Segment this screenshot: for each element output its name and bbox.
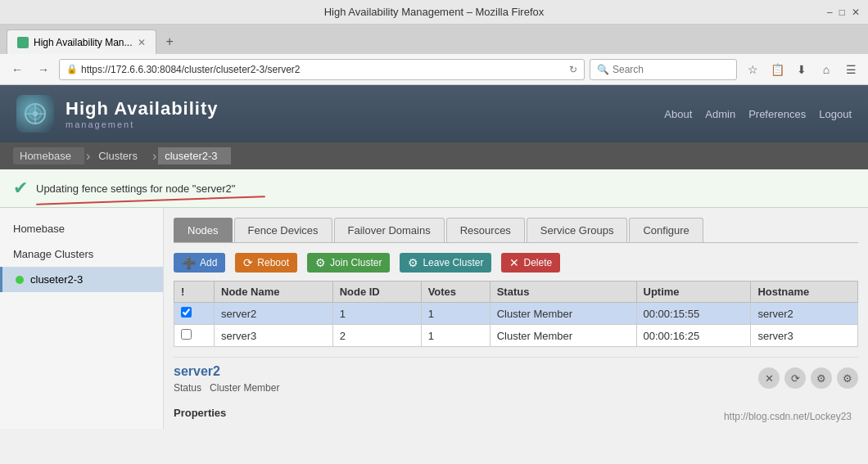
sidebar: Homebase Manage Clusters cluseter2-3 <box>0 208 164 429</box>
breadcrumb-homebase[interactable]: Homebase <box>13 147 84 164</box>
tab-close-button[interactable]: ✕ <box>138 37 146 48</box>
cluster-status-dot <box>16 276 24 284</box>
window-controls: – □ ✕ <box>827 7 860 18</box>
table-row[interactable]: server3 2 1 Cluster Member 00:00:16:25 s… <box>174 325 858 347</box>
sidebar-homebase[interactable]: Homebase <box>0 216 163 241</box>
reboot-icon: ⟳ <box>243 256 253 269</box>
node-detail-header: server2 Status Cluster Member ✕ ⟳ ⚙ ⚙ <box>174 364 858 400</box>
logo-text: High Availability management <box>66 98 219 129</box>
delete-label: Delete <box>523 257 552 268</box>
tab-resources[interactable]: Resources <box>446 218 525 242</box>
node-config-icon[interactable]: ⚙ <box>811 367 832 389</box>
browser-titlebar: High Availability Management – Mozilla F… <box>0 0 868 25</box>
leave-cluster-button[interactable]: ⚙ Leave Cluster <box>400 253 491 273</box>
cell-votes: 1 <box>421 325 490 347</box>
search-bar: 🔍 <box>590 59 737 80</box>
tab-fence-devices[interactable]: Fence Devices <box>234 218 332 242</box>
col-node-name: Node Name <box>215 282 333 303</box>
logout-link[interactable]: Logout <box>819 108 852 120</box>
node-remove-icon[interactable]: ✕ <box>758 367 780 389</box>
cell-checkbox[interactable] <box>174 303 215 325</box>
row-checkbox[interactable] <box>181 329 192 340</box>
app-header: High Availability management About Admin… <box>0 85 868 142</box>
cell-node-id: 2 <box>332 325 421 347</box>
page-body: Homebase Manage Clusters cluseter2-3 Nod… <box>0 208 868 429</box>
app-title: High Availability <box>66 98 219 119</box>
reboot-label: Reboot <box>257 257 289 268</box>
tab-nodes[interactable]: Nodes <box>174 218 233 242</box>
toolbar-icons: ☆ 📋 ⬇ ⌂ ☰ <box>742 59 861 80</box>
restore-button[interactable]: □ <box>839 7 845 18</box>
new-tab-button[interactable]: + <box>158 29 182 54</box>
node-detail-info: server2 Status Cluster Member <box>174 364 279 400</box>
check-icon: ✔ <box>13 178 28 199</box>
cell-hostname: server3 <box>751 325 858 347</box>
nodes-table: ! Node Name Node ID Votes Status Uptime … <box>174 281 858 347</box>
leave-label: Leave Cluster <box>423 257 483 268</box>
breadcrumb: Homebase › Clusters › cluseter2-3 <box>0 142 868 169</box>
about-link[interactable]: About <box>664 108 692 120</box>
tab-configure[interactable]: Configure <box>629 218 703 242</box>
cell-checkbox[interactable] <box>174 325 215 347</box>
cell-votes: 1 <box>421 303 490 325</box>
refresh-button[interactable]: ↻ <box>569 64 577 75</box>
breadcrumb-clusters[interactable]: Clusters <box>92 147 151 164</box>
row-checkbox[interactable] <box>181 307 192 318</box>
cell-status: Cluster Member <box>490 303 636 325</box>
add-icon: ➕ <box>182 256 196 269</box>
status-label: Status <box>174 382 201 394</box>
tab-failover-domains[interactable]: Failover Domains <box>334 218 445 242</box>
main-panel: Nodes Fence Devices Failover Domains Res… <box>164 208 868 429</box>
sidebar-cluster-label: cluseter2-3 <box>30 273 83 286</box>
col-uptime: Uptime <box>636 282 751 303</box>
menu-icon[interactable]: ☰ <box>840 59 861 80</box>
cell-node-name: server3 <box>215 325 333 347</box>
watermark: http://blog.csdn.net/Lockey23 <box>724 411 852 422</box>
status-value: Cluster Member <box>210 382 279 394</box>
node-settings-icon[interactable]: ⚙ <box>837 367 858 389</box>
minimize-button[interactable]: – <box>827 7 833 18</box>
col-hostname: Hostname <box>751 282 858 303</box>
delete-button[interactable]: ✕ Delete <box>501 253 560 273</box>
cell-node-name: server2 <box>215 303 333 325</box>
node-detail: server2 Status Cluster Member ✕ ⟳ ⚙ ⚙ Pr… <box>174 357 858 419</box>
search-icon: 🔍 <box>597 64 609 75</box>
admin-link[interactable]: Admin <box>705 108 735 120</box>
node-detail-name: server2 <box>174 364 279 379</box>
close-button[interactable]: ✕ <box>852 7 860 18</box>
sidebar-manage-clusters[interactable]: Manage Clusters <box>0 241 163 267</box>
breadcrumb-cluster-name[interactable]: cluseter2-3 <box>158 147 230 164</box>
join-label: Join Cluster <box>330 257 382 268</box>
toolbar: ➕ Add ⟳ Reboot ⚙ Join Cluster ⚙ Leave Cl… <box>174 253 858 273</box>
tab-service-groups[interactable]: Service Groups <box>527 218 628 242</box>
forward-button[interactable]: → <box>33 59 54 80</box>
col-status: Status <box>490 282 636 303</box>
app-logo: High Availability management <box>16 95 219 133</box>
cell-status: Cluster Member <box>490 325 636 347</box>
url-input[interactable] <box>81 64 566 75</box>
back-button[interactable]: ← <box>7 59 28 80</box>
node-refresh-icon[interactable]: ⟳ <box>784 367 806 389</box>
reboot-button[interactable]: ⟳ Reboot <box>235 253 297 273</box>
delete-icon: ✕ <box>509 256 519 269</box>
node-detail-status: Status Cluster Member <box>174 382 279 394</box>
join-cluster-button[interactable]: ⚙ Join Cluster <box>307 253 390 273</box>
add-button[interactable]: ➕ Add <box>174 253 225 273</box>
logo-icon <box>16 95 54 133</box>
node-action-icons: ✕ ⟳ ⚙ ⚙ <box>758 367 858 389</box>
table-row[interactable]: server2 1 1 Cluster Member 00:00:15:55 s… <box>174 303 858 325</box>
download-icon[interactable]: ⬇ <box>791 59 812 80</box>
reader-icon[interactable]: 📋 <box>766 59 788 80</box>
cell-node-id: 1 <box>332 303 421 325</box>
search-input[interactable] <box>613 64 735 75</box>
add-label: Add <box>200 257 217 268</box>
preferences-link[interactable]: Preferences <box>748 108 806 120</box>
bookmark-icon[interactable]: ☆ <box>742 59 763 80</box>
home-icon[interactable]: ⌂ <box>816 59 837 80</box>
browser-tabbar: High Availability Man... ✕ + <box>0 25 868 54</box>
cell-uptime: 00:00:15:55 <box>636 303 751 325</box>
sidebar-cluster-item[interactable]: cluseter2-3 <box>0 267 163 292</box>
app-nav-links: About Admin Preferences Logout <box>664 108 852 120</box>
leave-icon: ⚙ <box>408 256 418 269</box>
browser-tab-active[interactable]: High Availability Man... ✕ <box>7 29 156 54</box>
